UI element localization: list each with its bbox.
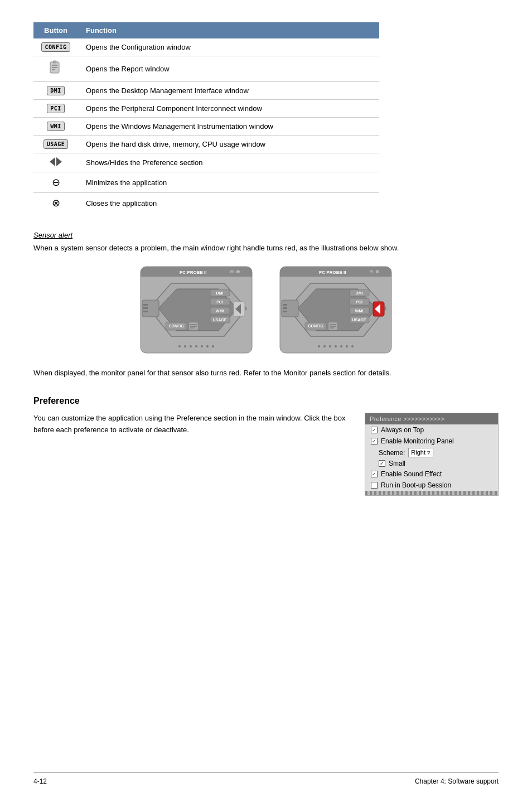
table-row: USAGEOpens the hard disk drive, memory, … [33,136,379,153]
table-row: ⊗Closes the application [33,193,379,214]
pc-probe-normal: PC PROBE II ⊖ ⊗ [138,264,255,357]
footer-chapter: Chapter 4: Software support [415,777,499,785]
table-cell-button: ⊖ [33,172,78,193]
svg-text:DMI: DMI [356,291,363,295]
preference-item-label: Small [389,460,405,467]
svg-text:PCI: PCI [356,300,362,304]
preference-item: Enable Monitoring Panel [365,436,498,447]
table-row: PCIOpens the Peripheral Component Interc… [33,100,379,118]
table-cell-button: USAGE [33,136,78,153]
svg-rect-4 [53,61,56,63]
button-badge: WMI [47,122,65,131]
table-cell-function: Shows/Hides the Preference section [78,153,379,172]
arrow-left-icon [50,157,55,166]
table-cell-function: Opens the Desktop Management Interface w… [78,82,379,100]
svg-text:USAGE: USAGE [352,318,366,322]
table-cell-function: Opens the hard disk drive, memory, CPU u… [78,136,379,153]
pc-probe-alert-svg: PC PROBE II ⊖ ⊗ DMI [277,264,394,356]
table-cell-function: Minimizes the application [78,172,379,193]
svg-point-32 [178,345,181,347]
preference-panel-header: Preference >>>>>>>>>>> [365,413,498,424]
table-cell-button: CONFIG [33,38,78,56]
preference-checkbox[interactable] [371,427,378,433]
svg-text:PCI: PCI [216,300,223,304]
preference-checkbox[interactable] [371,471,378,477]
preference-item: Run in Boot-up Session [365,480,498,491]
table-cell-function: Opens the Windows Management Instrumenta… [78,118,379,136]
scheme-value[interactable]: Right ▿ [408,448,433,457]
table-cell-function: Opens the Peripheral Component Interconn… [78,100,379,118]
svg-point-35 [195,345,197,347]
preference-checkbox[interactable] [371,438,378,445]
svg-rect-13 [143,304,148,306]
svg-text:⊖ ⊗: ⊖ ⊗ [230,269,240,274]
svg-rect-48 [283,307,287,309]
preference-section: Preference You can customize the applica… [33,396,499,496]
preference-checkbox[interactable] [379,460,385,467]
svg-text:USAGE: USAGE [213,318,227,322]
svg-point-38 [212,345,214,347]
table-row: Opens the Report window [33,56,379,82]
svg-text:⊖ ⊗: ⊖ ⊗ [369,269,380,274]
table-cell-button [33,153,78,172]
minimize-icon: ⊖ [52,176,60,189]
sensor-after-text: When displayed, the monitor panel for th… [33,368,499,379]
svg-point-69 [335,345,337,347]
table-cell-button [33,56,78,82]
button-badge: USAGE [43,139,69,149]
pc-probe-alert: PC PROBE II ⊖ ⊗ DMI [277,264,394,357]
table-cell-function: Opens the Report window [78,56,379,82]
footer-page-number: 4-12 [33,777,47,785]
svg-text:WMI: WMI [355,309,363,313]
preference-item-label: Always on Top [381,426,424,434]
table-cell-function: Closes the application [78,193,379,214]
preference-panel: Preference >>>>>>>>>>> Always on Top Ena… [365,413,499,496]
table-row: CONFIGOpens the Configuration window [33,38,379,56]
preference-checkbox[interactable] [371,482,378,489]
page-footer: 4-12 Chapter 4: Software support [33,772,499,785]
sensor-alert-description: When a system sensor detects a problem, … [33,243,499,254]
svg-text:WMI: WMI [216,309,224,313]
table-cell-function: Opens the Configuration window [78,38,379,56]
svg-point-36 [201,345,203,347]
arrows-icon [50,157,62,166]
svg-rect-49 [283,311,287,312]
sensor-alert-section: Sensor alert When a system sensor detect… [33,231,499,378]
sensor-images: PC PROBE II ⊖ ⊗ [33,264,499,357]
preference-description: You can customize the application using … [33,413,348,436]
svg-point-37 [206,345,209,347]
table-cell-button: PCI [33,100,78,118]
preference-content: You can customize the application using … [33,413,499,496]
preference-title: Preference [33,396,499,406]
svg-rect-15 [143,311,148,312]
button-function-table: Button Function CONFIGOpens the Configur… [33,22,379,213]
button-badge: PCI [47,104,65,113]
table-cell-button: DMI [33,82,78,100]
svg-point-68 [329,345,331,347]
table-header-button: Button [33,22,78,38]
svg-point-71 [346,345,348,347]
close-icon: ⊗ [52,197,60,209]
preference-panel-bottom-bar [365,491,498,495]
svg-text:DMI: DMI [216,291,224,295]
preference-item: Always on Top [365,424,498,436]
svg-point-70 [340,345,342,347]
sensor-alert-title: Sensor alert [33,231,499,239]
table-row: Shows/Hides the Preference section [33,153,379,172]
svg-text:CONFIG: CONFIG [168,324,184,328]
svg-rect-47 [283,304,287,306]
preference-small-item: Small [365,458,498,468]
table-header-function: Function [78,22,379,38]
button-badge: DMI [47,86,65,95]
svg-text:PC PROBE II: PC PROBE II [180,270,206,275]
svg-point-34 [190,345,192,347]
preference-scheme-row: Scheme: Right ▿ [365,447,498,458]
svg-rect-14 [143,307,148,309]
table-cell-button: ⊗ [33,193,78,214]
svg-point-67 [323,345,326,347]
preference-item-label: Enable Monitoring Panel [381,437,454,445]
svg-text:CONFIG: CONFIG [308,324,323,328]
table-cell-button: WMI [33,118,78,136]
arrow-right-icon [56,157,62,166]
preference-item: Enable Sound Effect [365,468,498,480]
